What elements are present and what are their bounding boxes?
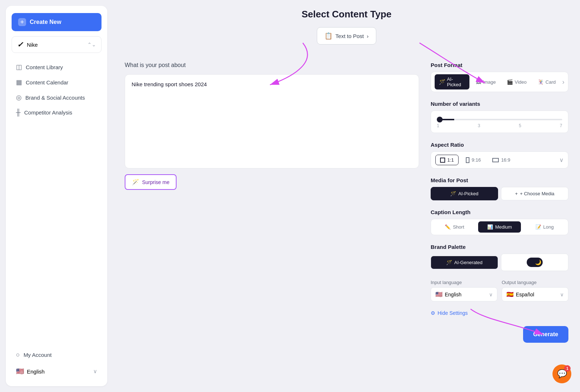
format-more-icon[interactable]: › [562, 78, 564, 86]
medium-icon: 📊 [487, 224, 493, 230]
variants-slider-container: 1 3 5 7 [431, 110, 568, 133]
chat-bubble[interactable]: 💬 1 [552, 364, 571, 383]
sidebar-item-label: Content Library [26, 64, 63, 70]
format-label: Video [515, 79, 527, 85]
language-row: Input language 🇺🇸 English ∨ Output langu… [431, 280, 568, 301]
aspect-label: 1:1 [447, 157, 454, 163]
input-language-select[interactable]: 🇺🇸 English ∨ [431, 287, 497, 301]
image-icon: 🖼 [476, 79, 481, 85]
aspect-option-9-16[interactable]: 9:16 [461, 155, 485, 165]
sidebar-item-content-calendar[interactable]: ▦ Content Calendar [12, 75, 102, 90]
notification-badge: 1 [564, 365, 571, 372]
library-icon: ◫ [16, 63, 22, 71]
video-icon: 🎬 [507, 79, 513, 85]
brand-name: Nike [27, 42, 84, 48]
media-choose-label: + Choose Media [520, 191, 554, 196]
caption-long-label: Long [543, 224, 554, 230]
language-section: Input language 🇺🇸 English ∨ Output langu… [431, 280, 568, 301]
aspect-ratio-section: Aspect Ratio 1:1 9:16 16:9 ∨ [431, 142, 568, 168]
variants-label: Number of variants [431, 101, 568, 107]
input-lang-chevron-icon: ∨ [489, 292, 493, 297]
chart-icon: ╫ [16, 109, 21, 116]
slider-label-7: 7 [560, 123, 562, 128]
my-account-item[interactable]: ○ My Account [12, 347, 102, 362]
sidebar-nav: ◫ Content Library ▦ Content Calendar ◎ B… [12, 59, 102, 120]
aspect-more-icon[interactable]: ∨ [559, 157, 564, 163]
text-to-post-button[interactable]: 📋 Text to Post › [317, 27, 376, 45]
long-icon: 📝 [535, 224, 541, 230]
variants-slider[interactable] [437, 119, 562, 120]
output-lang-chevron-icon: ∨ [560, 292, 564, 297]
caption-short[interactable]: ✏️ Short [433, 221, 476, 233]
card-icon: 🃏 [538, 79, 544, 85]
post-textarea[interactable]: Nike trending sport shoes 2024 [125, 74, 419, 168]
brand-selector[interactable]: ✓ Nike ⌃⌄ [12, 36, 102, 53]
palette-options: 🪄 AI-Generated [431, 254, 568, 271]
chevron-icon: ⌃⌄ [87, 42, 96, 47]
post-label: What is your post about [125, 62, 419, 68]
generate-button[interactable]: Generate [523, 326, 568, 343]
sidebar-item-label: Competitor Analysis [24, 109, 72, 116]
format-option-image[interactable]: 🖼 Image [472, 77, 500, 87]
variants-section: Number of variants 1 3 5 7 [431, 101, 568, 133]
language-selector[interactable]: 🇺🇸 English ∨ [12, 364, 102, 379]
input-lang-value: English [445, 292, 487, 297]
aspect-label: 9:16 [472, 157, 481, 163]
content-layout: What is your post about Nike trending sp… [125, 62, 568, 383]
sidebar-item-label: Content Calendar [26, 79, 69, 86]
format-option-ai-picked[interactable]: 🪄 AI-Picked [435, 74, 469, 89]
sidebar-item-brand-social[interactable]: ◎ Brand & Social Accounts [12, 90, 102, 105]
input-flag-icon: 🇺🇸 [435, 291, 443, 298]
hide-settings-link[interactable]: ⚙ Hide Settings [431, 310, 568, 316]
create-new-button[interactable]: + Create New [12, 13, 102, 31]
settings-icon: ⚙ [431, 310, 435, 316]
short-icon: ✏️ [445, 224, 451, 230]
wand-icon: 🪄 [132, 179, 139, 185]
aspect-option-16-9[interactable]: 16:9 [488, 155, 514, 165]
caption-length-label: Caption Length [431, 209, 568, 215]
slider-labels: 1 3 5 7 [437, 123, 562, 128]
landscape-icon [492, 158, 499, 162]
output-lang-label: Output language [502, 280, 568, 285]
surprise-me-label: Surprise me [142, 179, 169, 185]
create-new-label: Create New [30, 19, 61, 25]
hide-settings-label: Hide Settings [438, 310, 468, 316]
nike-swoosh-icon: ✓ [17, 40, 23, 49]
media-choose-btn[interactable]: + + Choose Media [501, 187, 568, 200]
media-label: Media for Post [431, 177, 568, 183]
plus-icon: + [18, 18, 26, 26]
palette-ai-label: AI-Generated [454, 260, 482, 265]
square-icon [440, 158, 445, 163]
document-icon: 📋 [324, 32, 332, 40]
format-option-card[interactable]: 🃏 Card [533, 77, 560, 87]
palette-wand-icon: 🪄 [446, 260, 452, 265]
slider-label-1: 1 [437, 123, 439, 128]
brand-palette-label: Brand Palette [431, 244, 568, 250]
input-language-group: Input language 🇺🇸 English ∨ [431, 280, 497, 301]
chevron-right-icon: › [367, 33, 369, 39]
caption-long[interactable]: 📝 Long [523, 221, 566, 233]
right-panel: Post Format 🪄 AI-Picked 🖼 Image 🎬 Video [431, 62, 568, 383]
sidebar-item-competitor-analysis[interactable]: ╫ Competitor Analysis [12, 105, 102, 120]
dark-mode-toggle[interactable] [527, 258, 543, 267]
slider-label-3: 3 [478, 123, 480, 128]
generate-label: Generate [533, 331, 558, 337]
wand-small-icon: 🪄 [439, 79, 445, 85]
palette-ai-btn[interactable]: 🪄 AI-Generated [431, 256, 498, 269]
media-ai-picked-btn[interactable]: 🪄 AI-Picked [431, 187, 498, 200]
output-language-select[interactable]: 🇪🇸 Español ∨ [502, 287, 568, 301]
sidebar-item-content-library[interactable]: ◫ Content Library [12, 59, 102, 75]
format-label: Image [483, 79, 496, 85]
main-content: Select Content Type 📋 Text to Post › Wha… [113, 0, 580, 392]
wand-media-icon: 🪄 [450, 191, 456, 196]
aspect-option-1-1[interactable]: 1:1 [435, 155, 459, 165]
caption-options: ✏️ Short 📊 Medium 📝 Long [431, 219, 568, 235]
sidebar-bottom: ○ My Account 🇺🇸 English ∨ [12, 347, 102, 379]
my-account-label: My Account [24, 352, 52, 358]
caption-medium[interactable]: 📊 Medium [478, 221, 521, 233]
surprise-me-button[interactable]: 🪄 Surprise me [125, 174, 177, 190]
format-label: AI-Picked [447, 76, 465, 87]
post-format-section: Post Format 🪄 AI-Picked 🖼 Image 🎬 Video [431, 62, 568, 92]
aspect-ratio-label: Aspect Ratio [431, 142, 568, 148]
format-option-video[interactable]: 🎬 Video [502, 77, 531, 87]
